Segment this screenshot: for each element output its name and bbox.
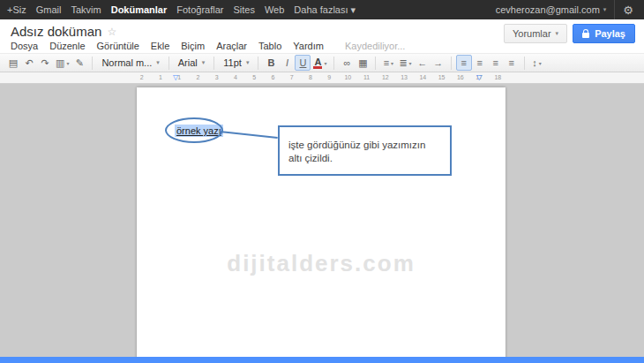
document-title[interactable]: Adsız doküman (11, 24, 101, 39)
topbar-link[interactable]: Sites (233, 4, 254, 16)
ruler-number: 18 (489, 72, 507, 83)
chevron-down-icon: ▾ (156, 59, 160, 66)
topbar-link[interactable]: Daha fazlası ▾ (294, 4, 356, 16)
align-justify-icon: ≡ (508, 57, 513, 68)
chevron-down-icon: ▾ (539, 60, 542, 66)
topbar-links: +SizGmailTakvimDokümanlarFotoğraflarSite… (7, 4, 356, 16)
ruler-number: 13 (395, 72, 414, 83)
left-margin-marker[interactable]: ▽ (173, 73, 178, 82)
share-button[interactable]: Paylaş (573, 24, 635, 43)
outdent-icon: ← (417, 57, 427, 68)
font-size-value: 11pt (223, 57, 242, 68)
bold-icon: B (267, 57, 274, 68)
ruler-number: 2 (189, 72, 207, 83)
styles-value: Normal m... (101, 57, 152, 68)
ruler-number: 12 (376, 72, 394, 83)
paint-format-button[interactable]: ✎ (71, 55, 87, 71)
toolbar-separator (213, 57, 214, 70)
ruler-number: 15 (432, 72, 451, 83)
ruler-number: 1 (151, 72, 169, 83)
ruler-numbers: 21123456789101112131415161718 (132, 72, 507, 83)
toolbar-separator (375, 57, 376, 70)
annotation-callout-box[interactable]: işte gördüğünüz gibi yazımızın altı çizi… (278, 125, 452, 176)
format-toolbar: ▤ ↶ ↷ ▥▾ ✎ Normal m...▾ Arial▾ 11pt▾ B I… (0, 53, 644, 72)
toolbar-separator (92, 57, 93, 70)
underline-button[interactable]: U (295, 55, 311, 71)
ruler-number: 2 (132, 72, 151, 83)
topbar-link[interactable]: Dokümanlar (111, 4, 168, 16)
redo-button[interactable]: ↷ (37, 55, 53, 71)
menu-item[interactable]: Ekle (151, 41, 169, 51)
align-right-icon: ≡ (492, 57, 498, 68)
lock-icon (582, 33, 589, 38)
bold-button[interactable]: B (263, 55, 279, 71)
ruler-number: 3 (207, 72, 226, 83)
insert-link-button[interactable]: ∞ (339, 55, 355, 71)
topbar-link[interactable]: +Siz (7, 4, 26, 16)
align-center-icon: ≡ (476, 57, 482, 68)
account-menu[interactable]: cevherozan@gmail.com ▾ (496, 4, 607, 15)
styles-dropdown[interactable]: Normal m...▾ (97, 55, 163, 71)
menubar: DosyaDüzenleGörüntüleEkleBiçimAraçlarTab… (11, 41, 324, 51)
comments-button[interactable]: Yorumlar ▾ (504, 24, 567, 43)
chevron-down-icon: ▾ (391, 60, 393, 66)
menu-item[interactable]: Biçim (181, 41, 205, 51)
outdent-button[interactable]: ← (415, 55, 431, 71)
topbar-link[interactable]: Takvim (71, 4, 101, 16)
insert-comment-button[interactable]: ▦ (355, 55, 371, 71)
ruler-number: 6 (264, 72, 282, 83)
undo-button[interactable]: ↶ (21, 55, 37, 71)
align-left-button[interactable]: ≡ (456, 55, 472, 71)
clipboard-icon: ▥ (56, 57, 64, 69)
bottom-blue-bar (0, 357, 644, 363)
menu-row: DosyaDüzenleGörüntüleEkleBiçimAraçlarTab… (11, 41, 405, 51)
chevron-down-icon: ▾ (66, 60, 69, 66)
annotation-connector-line[interactable] (220, 131, 278, 139)
share-label: Paylaş (595, 28, 625, 39)
chevron-down-icon: ▾ (603, 6, 607, 13)
toolbar-separator (258, 57, 258, 70)
menu-item[interactable]: Görüntüle (97, 41, 139, 51)
menu-item[interactable]: Tablo (258, 41, 281, 51)
web-clipboard-button[interactable]: ▥▾ (53, 55, 71, 71)
ruler-number: 7 (282, 72, 301, 83)
font-size-dropdown[interactable]: 11pt▾ (219, 55, 253, 71)
topbar-link[interactable]: Gmail (36, 4, 62, 16)
menu-item[interactable]: Araçlar (216, 41, 247, 51)
menu-item[interactable]: Düzenle (49, 41, 85, 51)
toolbar-separator (333, 57, 334, 70)
ruler-number: 16 (451, 72, 469, 83)
google-topbar: +SizGmailTakvimDokümanlarFotoğraflarSite… (0, 0, 644, 19)
annotation-ellipse[interactable] (165, 117, 223, 143)
bulleted-list-icon: ≣ (399, 57, 407, 69)
indent-icon: → (433, 57, 443, 68)
print-button[interactable]: ▤ (5, 55, 21, 71)
title-row: Adsız doküman ☆ (11, 24, 116, 39)
italic-button[interactable]: I (279, 55, 295, 71)
font-dropdown[interactable]: Arial▾ (174, 55, 210, 71)
right-margin-marker[interactable]: ▽ (476, 73, 482, 82)
menu-item[interactable]: Dosya (11, 41, 38, 51)
ruler-number: 5 (245, 72, 264, 83)
align-center-button[interactable]: ≡ (472, 55, 488, 71)
redo-icon: ↷ (41, 57, 49, 69)
star-icon[interactable]: ☆ (107, 26, 116, 38)
indent-button[interactable]: → (431, 55, 446, 71)
account-email: cevherozan@gmail.com (496, 4, 600, 15)
topbar-link[interactable]: Web (265, 4, 284, 16)
text-color-button[interactable]: A▾ (311, 55, 329, 71)
menu-item[interactable]: Yardım (293, 41, 324, 51)
text-color-icon: A (313, 57, 322, 69)
toolbar-separator (524, 57, 525, 70)
line-spacing-button[interactable]: ↕▾ (529, 55, 545, 71)
bulleted-list-button[interactable]: ≣▾ (396, 55, 414, 71)
settings-gear-button[interactable]: ⚙ (614, 0, 637, 19)
document-page[interactable]: örnek yazı işte gördüğünüz gibi yazımızı… (137, 87, 505, 363)
topbar-link[interactable]: Fotoğraflar (176, 4, 223, 16)
align-right-button[interactable]: ≡ (488, 55, 504, 71)
align-justify-button[interactable]: ≡ (504, 55, 520, 71)
line-spacing-icon: ↕ (532, 57, 537, 68)
numbered-list-button[interactable]: ≡▾ (380, 55, 396, 71)
callout-text: işte gördüğünüz gibi yazımızın altı çizi… (288, 140, 425, 163)
ruler-number: 10 (339, 72, 357, 83)
